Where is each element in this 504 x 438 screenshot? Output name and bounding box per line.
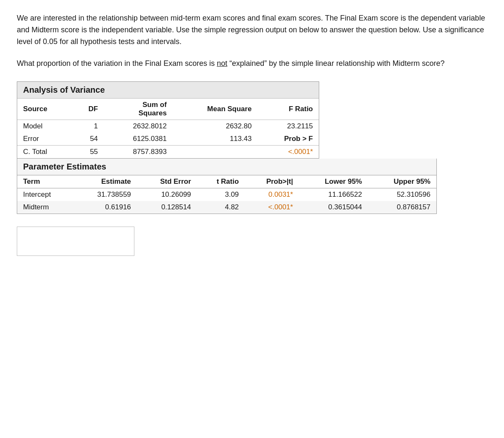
- param-col-lower95: Lower 95%: [299, 175, 368, 188]
- anova-col-sum: Sum of Squares: [104, 98, 173, 120]
- param-intercept-upper95: 52.310596: [368, 188, 436, 201]
- param-intercept-stderr: 10.26099: [137, 188, 197, 201]
- param-midterm-lower95: 0.3615044: [299, 201, 368, 214]
- anova-col-df: DF: [71, 98, 104, 120]
- anova-row-ctotal: C. Total 55 8757.8393 <.0001*: [17, 145, 319, 158]
- anova-ctotal-ms: [173, 145, 257, 158]
- param-header-row: Term Estimate Std Error t Ratio Prob>|t|…: [17, 175, 436, 188]
- anova-table: Source DF Sum of Squares Mean Square F R…: [17, 98, 319, 158]
- anova-row-model: Model 1 2632.8012 2632.80 23.2115: [17, 120, 319, 133]
- anova-model-f: 23.2115: [257, 120, 319, 133]
- param-col-stderr: Std Error: [137, 175, 197, 188]
- param-row-midterm: Midterm 0.61916 0.128514 4.82 <.0001* 0.…: [17, 201, 436, 214]
- anova-ctotal-source: C. Total: [17, 145, 71, 158]
- param-col-term: Term: [17, 175, 73, 188]
- intro-section: We are interested in the relationship be…: [17, 13, 487, 70]
- question-part2: “explained” by the simple linear relatio…: [227, 59, 444, 68]
- tables-container: Analysis of Variance Source DF Sum of Sq…: [17, 81, 487, 214]
- anova-ctotal-df: 55: [71, 145, 104, 158]
- param-col-upper95: Upper 95%: [368, 175, 436, 188]
- param-col-estimate: Estimate: [73, 175, 136, 188]
- anova-col-source: Source: [17, 98, 71, 120]
- param-midterm-stderr: 0.128514: [137, 201, 197, 214]
- param-intercept-estimate: 31.738559: [73, 188, 136, 201]
- question-paragraph: What proportion of the variation in the …: [17, 58, 487, 70]
- param-col-probt: Prob>|t|: [245, 175, 299, 188]
- param-intercept-lower95: 11.166522: [299, 188, 368, 201]
- param-table: Term Estimate Std Error t Ratio Prob>|t|…: [17, 175, 436, 214]
- question-underline: not: [217, 59, 227, 68]
- param-midterm-term: Midterm: [17, 201, 73, 214]
- anova-model-ms: 2632.80: [173, 120, 257, 133]
- anova-error-probf-label: Prob > F: [257, 133, 319, 146]
- anova-header-row: Source DF Sum of Squares Mean Square F R…: [17, 98, 319, 120]
- anova-col-mean: Mean Square: [173, 98, 257, 120]
- param-intercept-term: Intercept: [17, 188, 73, 201]
- question-part1: What proportion of the variation in the …: [17, 59, 217, 68]
- param-intercept-probt: 0.0031*: [245, 188, 299, 201]
- answer-box[interactable]: [17, 227, 134, 256]
- param-title: Parameter Estimates: [17, 159, 436, 175]
- anova-table-section: Analysis of Variance Source DF Sum of Sq…: [17, 81, 319, 159]
- anova-row-error: Error 54 6125.0381 113.43 Prob > F: [17, 133, 319, 146]
- anova-model-source: Model: [17, 120, 71, 133]
- param-midterm-upper95: 0.8768157: [368, 201, 436, 214]
- anova-ctotal-ss: 8757.8393: [104, 145, 173, 158]
- anova-error-source: Error: [17, 133, 71, 146]
- anova-ctotal-probval: <.0001*: [257, 145, 319, 158]
- param-table-section: Parameter Estimates Term Estimate Std Er…: [17, 159, 437, 214]
- anova-model-ss: 2632.8012: [104, 120, 173, 133]
- anova-col-sum-line2: Squares: [110, 109, 167, 117]
- anova-model-df: 1: [71, 120, 104, 133]
- param-row-intercept: Intercept 31.738559 10.26099 3.09 0.0031…: [17, 188, 436, 201]
- anova-title: Analysis of Variance: [17, 82, 319, 98]
- anova-col-sum-line1: Sum of: [110, 101, 167, 109]
- param-midterm-tratio: 4.82: [197, 201, 245, 214]
- param-col-tratio: t Ratio: [197, 175, 245, 188]
- intro-paragraph1: We are interested in the relationship be…: [17, 13, 487, 48]
- anova-col-fratio: F Ratio: [257, 98, 319, 120]
- anova-error-ms: 113.43: [173, 133, 257, 146]
- anova-error-df: 54: [71, 133, 104, 146]
- param-midterm-estimate: 0.61916: [73, 201, 136, 214]
- anova-error-ss: 6125.0381: [104, 133, 173, 146]
- param-midterm-probt: <.0001*: [245, 201, 299, 214]
- param-intercept-tratio: 3.09: [197, 188, 245, 201]
